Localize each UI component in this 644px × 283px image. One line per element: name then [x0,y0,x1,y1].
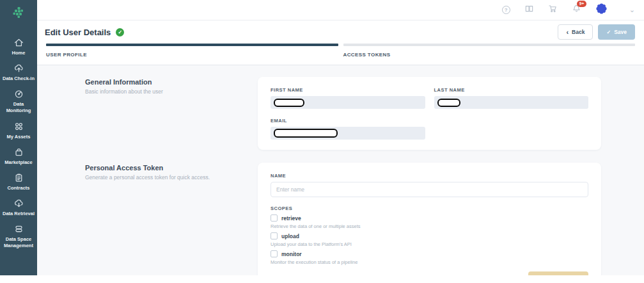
section-intro: General Information Basic information ab… [37,77,258,150]
sidebar-item-data-space-management[interactable]: Data Space Management [0,223,37,249]
bag-icon [13,147,24,158]
sidebar-item-label: Data Monitoring [0,101,37,114]
page-header: Edit User Details ✓ ‹ Back ✓ Save [37,20,644,44]
sidebar-item-data-retrieval[interactable]: Data Retrieval [0,198,37,217]
sidebar-item-data-check-in[interactable]: Data Check-in [0,63,37,82]
chevron-down-icon[interactable]: ⌄ [629,6,635,13]
sidebar-item-home[interactable]: Home [0,37,37,56]
book-icon [524,4,534,16]
scope-upload: upload Upload your data to the Platform'… [271,232,588,247]
personal-access-token-section: Personal Access Token Generate a persona… [37,163,644,275]
sidebar-item-label: Home [11,50,27,56]
cloud-upload-icon [13,63,24,74]
checkbox-upload[interactable] [271,232,278,239]
first-name-label: FIRST NAME [271,87,425,93]
verified-check-icon: ✓ [116,28,124,36]
section-intro: Personal Access Token Generate a persona… [37,163,258,275]
scope-upload-option[interactable]: upload [271,232,588,239]
personal-access-token-card: NAME SCOPES retrieve Retrieve the data o… [258,163,601,275]
app-logo-icon[interactable] [11,5,26,23]
gauge-icon [13,88,24,99]
sidebar-nav: Home Data Check-in Data Monitoring [0,37,37,255]
last-name-field[interactable] [434,96,589,109]
tab-user-profile[interactable]: USER PROFILE [46,44,338,65]
cart-icon [548,4,558,16]
scope-monitor: monitor Monitor the execution status of … [271,250,588,265]
database-icon [13,223,24,234]
sidebar-item-my-assets[interactable]: My Assets [0,121,37,140]
last-name-label: LAST NAME [434,87,589,93]
back-button[interactable]: ‹ Back [558,24,593,40]
scope-description: Monitor the execution status of a pipeli… [271,259,588,265]
tab-label: ACCESS TOKENS [343,46,636,58]
scope-name: retrieve [281,215,301,222]
sidebar-item-label: Data Check-in [1,76,36,82]
help-button[interactable]: ? [502,6,510,14]
first-name-group: FIRST NAME [271,87,425,109]
sidebar-item-label: Marketplace [3,159,33,166]
notification-badge: 9+ [577,1,586,7]
email-label: EMAIL [271,118,425,124]
token-name-label: NAME [271,173,588,179]
sidebar-item-contracts[interactable]: Contracts [0,172,37,191]
first-name-field[interactable] [271,96,425,109]
scope-name: monitor [281,251,302,257]
section-subtitle: Generate a personal access token for qui… [85,174,232,182]
main-area: ? [37,0,644,275]
notifications-button[interactable]: 9+ [572,4,581,16]
docs-button[interactable] [524,4,534,16]
sidebar-item-label: My Assets [6,134,32,140]
email-field[interactable] [271,127,425,140]
general-information-card: FIRST NAME LAST NAME EMAIL [258,77,601,150]
token-name-input[interactable] [271,182,588,197]
page-content: General Information Basic information ab… [37,65,644,275]
header-actions: ‹ Back ✓ Save [558,24,635,40]
sidebar-item-data-monitoring[interactable]: Data Monitoring [0,88,37,114]
avatar-flower-icon [595,3,608,17]
email-group: EMAIL [271,118,425,140]
clipboard-icon [13,172,24,183]
save-button-label: Save [614,29,627,35]
cloud-download-icon [13,198,24,209]
save-button[interactable]: ✓ Save [598,24,635,40]
topbar: ? [37,0,644,20]
user-avatar[interactable] [595,3,608,17]
app-window: Home Data Check-in Data Monitoring [0,0,644,275]
sidebar-item-label: Contracts [6,185,31,191]
home-icon [13,37,24,48]
scope-retrieve: retrieve Retrieve the data of one or mul… [271,214,588,229]
general-information-section: General Information Basic information ab… [37,77,644,150]
tab-access-tokens[interactable]: ACCESS TOKENS [343,44,636,65]
chevron-left-icon: ‹ [566,30,569,35]
sidebar: Home Data Check-in Data Monitoring [0,0,37,275]
scope-monitor-option[interactable]: monitor [271,250,588,257]
tab-bar: USER PROFILE ACCESS TOKENS [37,44,644,65]
tab-label: USER PROFILE [46,46,338,58]
section-title: General Information [85,78,258,86]
scope-name: upload [281,233,299,239]
cart-button[interactable] [548,4,558,16]
token-card-footer: Cancel Generate token [271,271,588,275]
scope-description: Upload your data to the Platform's API [271,241,588,247]
redacted-value [274,99,304,107]
section-subtitle: Basic information about the user [85,88,232,96]
help-icon: ? [502,6,510,14]
page-title: Edit User Details [45,28,111,37]
section-title: Personal Access Token [85,164,258,172]
scopes-label: SCOPES [271,206,588,211]
sidebar-item-marketplace[interactable]: Marketplace [0,147,37,166]
check-icon: ✓ [606,29,611,35]
back-button-label: Back [572,29,585,35]
redacted-value [274,129,338,138]
scope-retrieve-option[interactable]: retrieve [271,214,588,222]
checkbox-retrieve[interactable] [271,214,278,222]
scope-description: Retrieve the data of one or multiple ass… [271,223,588,229]
generate-token-button[interactable]: Generate token [528,271,588,275]
sidebar-item-label: Data Space Management [0,236,37,249]
redacted-value [437,99,460,107]
grid-circles-icon [13,121,24,132]
checkbox-monitor[interactable] [271,250,278,257]
sidebar-item-label: Data Retrieval [1,211,36,217]
last-name-group: LAST NAME [434,87,589,109]
